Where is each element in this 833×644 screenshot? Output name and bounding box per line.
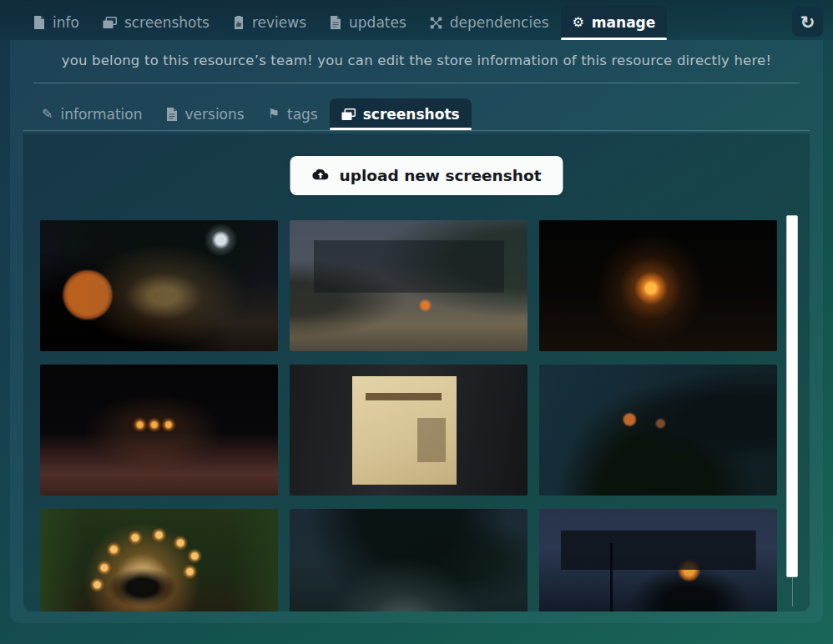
team-notice: you belong to this resource’s team! you … [10, 40, 823, 68]
images-icon [341, 108, 356, 121]
screenshot-thumbnail-1[interactable] [40, 220, 278, 351]
tab-reviews[interactable]: reviews [221, 5, 318, 40]
subtab-versions[interactable]: versions [154, 98, 256, 130]
flag-icon: ⚑ [268, 108, 280, 121]
screenshot-thumbnail-8[interactable] [290, 509, 528, 611]
subtab-tags[interactable]: ⚑ tags [256, 98, 330, 130]
review-icon [233, 16, 245, 29]
edit-icon: ✎ [42, 108, 53, 121]
refresh-icon: ↻ [800, 13, 815, 31]
images-icon [103, 17, 117, 29]
network-icon [430, 17, 442, 29]
resource-manage-page: info screenshots reviews updates depende… [0, 0, 833, 644]
tab-label: versions [185, 106, 245, 123]
subtab-screenshots[interactable]: screenshots [330, 98, 472, 130]
top-nav: info screenshots reviews updates depende… [0, 0, 833, 40]
cloud-upload-icon [312, 169, 330, 183]
tab-label: tags [287, 106, 318, 123]
screenshot-thumbnail-2[interactable] [290, 220, 528, 351]
file-lines-icon [166, 108, 178, 121]
tab-label: screenshots [124, 14, 210, 31]
file-lines-icon [330, 16, 341, 29]
tab-updates[interactable]: updates [318, 5, 418, 40]
tab-label: updates [349, 14, 406, 31]
screenshots-panel: upload new screenshot [23, 133, 810, 611]
screenshot-thumbnail-4[interactable] [40, 365, 278, 496]
refresh-button[interactable]: ↻ [792, 7, 823, 37]
manage-card: you belong to this resource’s team! you … [10, 40, 823, 623]
screenshot-thumbnail-3[interactable] [539, 220, 777, 351]
tab-label: dependencies [450, 14, 549, 31]
screenshot-thumbnail-9[interactable] [539, 509, 777, 611]
tab-label: manage [592, 14, 655, 31]
screenshot-thumbnail-5[interactable] [290, 365, 528, 496]
tab-info[interactable]: info [22, 5, 91, 40]
upload-new-screenshot-button[interactable]: upload new screenshot [290, 156, 563, 195]
screenshot-grid-viewport [23, 220, 810, 611]
upload-button-label: upload new screenshot [340, 167, 542, 184]
screenshot-thumbnail-6[interactable] [539, 365, 777, 496]
tab-label: information [60, 106, 142, 123]
tab-manage[interactable]: ⚙ manage [561, 5, 668, 40]
file-icon [33, 16, 45, 29]
screenshot-thumbnail-7[interactable] [40, 509, 278, 611]
divider [33, 83, 800, 83]
tab-label: screenshots [363, 106, 460, 123]
subtab-information[interactable]: ✎ information [30, 98, 154, 130]
tab-label: reviews [252, 14, 306, 31]
tab-dependencies[interactable]: dependencies [418, 5, 561, 40]
tab-screenshots[interactable]: screenshots [91, 5, 221, 40]
screenshot-grid [23, 220, 810, 611]
gear-icon: ⚙ [573, 16, 584, 29]
scrollbar-thumb[interactable] [786, 215, 798, 577]
tab-label: info [53, 14, 79, 31]
manage-sub-tabs: ✎ information versions ⚑ tags screenshot… [23, 98, 810, 131]
